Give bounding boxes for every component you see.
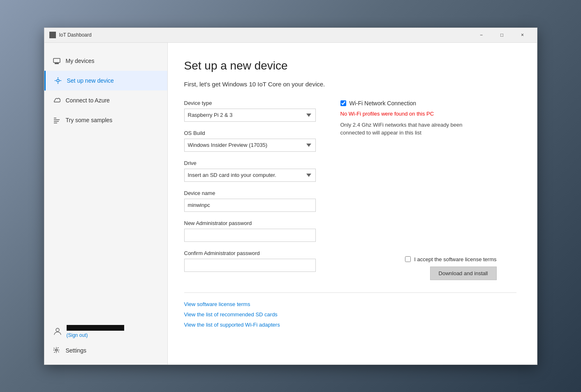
view-wifi-adapters-link[interactable]: View the list of supported Wi-Fi adapter… [184, 322, 516, 328]
new-password-input[interactable] [184, 229, 316, 242]
download-install-button[interactable]: Download and install [430, 267, 497, 280]
device-type-label: Device type [184, 100, 316, 106]
svg-point-16 [56, 328, 59, 332]
wifi-section: Wi-Fi Network Connection No Wi-Fi profil… [340, 100, 497, 137]
setup-icon [54, 77, 62, 85]
sidebar-item-settings[interactable]: Settings [53, 343, 159, 358]
device-name-input[interactable] [184, 199, 316, 212]
sidebar-item-set-up-new-device[interactable]: Set up new device [44, 71, 167, 90]
main-layout: My devices Set up new device [44, 43, 537, 364]
svg-rect-0 [49, 32, 52, 35]
new-password-label: New Administrator password [184, 220, 316, 226]
sidebar-item-my-devices-label: My devices [66, 58, 95, 64]
bottom-actions: I accept the software license terms Down… [340, 256, 497, 280]
confirm-password-label: Confirm Administrator password [184, 250, 316, 256]
page-subtitle: First, let's get Windows 10 IoT Core on … [184, 81, 516, 88]
svg-rect-3 [53, 35, 56, 38]
wifi-error-message: No Wi-Fi profiles were found on this PC [340, 111, 497, 117]
view-license-link[interactable]: View software license terms [184, 301, 516, 307]
maximize-button[interactable]: □ [493, 29, 512, 41]
user-name-block: (Sign out) [67, 325, 124, 338]
svg-point-17 [55, 349, 57, 351]
svg-rect-4 [53, 58, 60, 63]
titlebar: IoT Dashboard − □ × [44, 28, 537, 43]
wifi-note: Only 2.4 Ghz WiFi networks that have alr… [340, 121, 472, 137]
minimize-button[interactable]: − [472, 29, 491, 41]
os-build-label: OS Build [184, 130, 316, 136]
device-name-group: Device name [184, 190, 316, 212]
page-title: Set up a new device [184, 59, 516, 72]
spacer [340, 145, 497, 174]
settings-label: Settings [66, 347, 87, 354]
sidebar-item-my-devices[interactable]: My devices [44, 51, 167, 71]
sidebar-item-azure-label: Connect to Azure [66, 97, 110, 104]
sidebar: My devices Set up new device [44, 43, 168, 364]
devices-icon [53, 57, 61, 65]
form-right: Wi-Fi Network Connection No Wi-Fi profil… [340, 100, 497, 280]
confirm-password-input[interactable] [184, 259, 316, 272]
content-area: Set up a new device First, let's get Win… [168, 43, 537, 364]
window-title: IoT Dashboard [59, 32, 472, 38]
drive-label: Drive [184, 160, 316, 166]
device-type-group: Device type Raspberry Pi 2 & 3 DragonBoa… [184, 100, 316, 122]
license-checkbox[interactable] [405, 256, 411, 262]
user-name-redacted [67, 325, 124, 331]
sidebar-item-connect-to-azure[interactable]: Connect to Azure [44, 90, 167, 110]
samples-icon [53, 116, 61, 124]
svg-rect-2 [49, 35, 52, 38]
footer-links: View software license terms View the lis… [184, 301, 516, 328]
device-name-label: Device name [184, 190, 316, 196]
svg-rect-1 [53, 32, 56, 35]
form-layout: Device type Raspberry Pi 2 & 3 DragonBoa… [184, 100, 516, 280]
signout-link[interactable]: (Sign out) [67, 332, 124, 338]
sidebar-bottom: (Sign out) [44, 318, 167, 364]
sidebar-item-set-up-label: Set up new device [67, 77, 114, 84]
window-controls: − □ × [472, 29, 532, 41]
svg-point-7 [57, 79, 59, 82]
close-button[interactable]: × [513, 29, 532, 41]
os-build-group: OS Build Windows Insider Preview (17035)… [184, 130, 316, 152]
os-build-select[interactable]: Windows Insider Preview (17035) Windows … [184, 139, 316, 152]
sidebar-item-samples-label: Try some samples [66, 117, 113, 123]
settings-icon [53, 346, 61, 355]
form-right-inner: Wi-Fi Network Connection No Wi-Fi profil… [340, 100, 497, 280]
user-section: (Sign out) [53, 325, 159, 338]
user-avatar-icon [53, 327, 62, 336]
app-icon [49, 32, 56, 38]
azure-icon [53, 96, 61, 104]
form-left: Device type Raspberry Pi 2 & 3 DragonBoa… [184, 100, 316, 280]
device-type-select[interactable]: Raspberry Pi 2 & 3 DragonBoard 410c Minn… [184, 109, 316, 122]
confirm-password-group: Confirm Administrator password [184, 250, 316, 272]
drive-group: Drive Insert an SD card into your comput… [184, 160, 316, 182]
view-sd-cards-link[interactable]: View the list of recommended SD cards [184, 311, 516, 318]
license-row: I accept the software license terms [340, 256, 497, 262]
app-window: IoT Dashboard − □ × My devices [44, 28, 537, 365]
download-button-container: Download and install [340, 267, 497, 280]
new-password-group: New Administrator password [184, 220, 316, 242]
drive-select[interactable]: Insert an SD card into your computer. [184, 169, 316, 182]
footer-divider [184, 292, 516, 293]
license-label: I accept the software license terms [414, 256, 496, 262]
wifi-label: Wi-Fi Network Connection [350, 100, 417, 107]
wifi-checkbox[interactable] [340, 100, 346, 106]
sidebar-item-try-samples[interactable]: Try some samples [44, 110, 167, 130]
wifi-checkbox-row: Wi-Fi Network Connection [340, 100, 497, 107]
